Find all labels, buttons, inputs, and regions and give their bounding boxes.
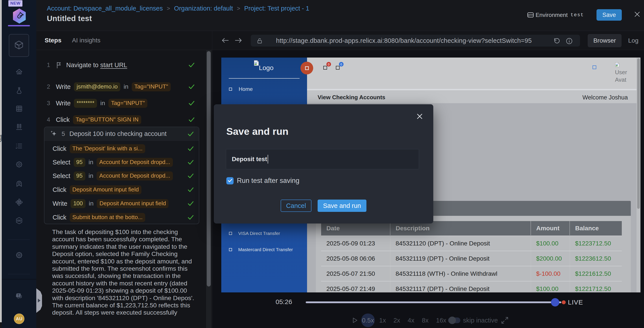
step-action: Write [56, 100, 70, 107]
speed-option-0.5x[interactable]: 0.5x [362, 317, 374, 324]
bank-nav-bullet-icon [229, 232, 232, 235]
cell-amount: $100.00 [531, 281, 570, 293]
back-icon[interactable] [221, 37, 230, 45]
speed-option-4x[interactable]: 4x [408, 317, 414, 324]
modal-title: Save and run [226, 126, 288, 137]
gear-icon[interactable] [15, 251, 23, 259]
sparkle-icon [50, 130, 57, 138]
check-icon [188, 116, 195, 123]
notification-badge: 0 [339, 62, 344, 66]
substep-row[interactable]: ClickSubmit button at the botto... [52, 212, 193, 223]
substep-row[interactable]: ClickThe 'Deposit' link with a si... [52, 143, 193, 154]
url-bar[interactable]: http://stage.dbank.prod-apps.relicx.ai:8… [251, 35, 580, 46]
check-icon [188, 214, 194, 221]
playback-progress-track[interactable] [306, 302, 561, 303]
refresh-icon[interactable] [553, 37, 560, 45]
environment-value[interactable]: test [570, 12, 584, 18]
bank-nav-home[interactable]: Home [229, 86, 253, 92]
step-row[interactable]: 4ClickTag="BUTTON" SIGN IN [47, 114, 205, 125]
bank-nav-mastercard-direct-transfer[interactable]: Mastercard Direct Transfer [229, 247, 293, 252]
cancel-button[interactable]: Cancel [281, 199, 312, 212]
relicx-logo[interactable] [12, 8, 26, 24]
slack-icon[interactable] [15, 198, 23, 206]
tab-ai-insights[interactable]: AI insights [72, 37, 100, 44]
info-icon[interactable] [566, 37, 573, 46]
step-value-chip: jsmith@demo.io [74, 82, 120, 91]
speed-option-2x[interactable]: 2x [394, 317, 400, 324]
help-icon[interactable]: ? [15, 293, 23, 301]
step-number: 1 [47, 62, 52, 68]
gear-icon[interactable] [15, 161, 23, 168]
environment-label: Environment [536, 12, 568, 18]
table-row: 2025-05-08 06:06845321119 (DPT) - Online… [321, 251, 622, 266]
modal-close-icon[interactable] [416, 113, 423, 120]
close-icon[interactable] [634, 10, 641, 18]
flask-icon[interactable] [15, 86, 23, 94]
step-row[interactable]: 3Write********inTag="INPUT" [47, 98, 205, 109]
bank-nav-visa-direct-transfer[interactable]: VISA Direct Transfer [229, 231, 280, 236]
step-group[interactable]: 5 Deposit 100 into checking account Clic… [44, 127, 199, 224]
steps-scrollbar[interactable] [206, 50, 211, 328]
test-tubes-icon[interactable] [15, 123, 23, 131]
step-row[interactable]: 2Writejsmith@demo.ioinTag="INPUT" [47, 81, 205, 92]
checklist-icon[interactable] [15, 142, 23, 150]
substep-row[interactable]: Select95inAccount for Deposit dropd... [52, 157, 193, 168]
cell-date: 2025-05-08 06:06 [321, 251, 390, 266]
speed-option-active[interactable]: 0.5x [361, 314, 375, 327]
step-text: Navigate to start URL [66, 61, 127, 69]
sidebar-item-active-workspace[interactable] [9, 34, 29, 57]
step-conjunction: in [124, 83, 128, 90]
substep-row[interactable]: ClickDeposit Amount input field [52, 184, 193, 195]
tab-steps[interactable]: Steps [45, 37, 61, 44]
check-icon [188, 83, 195, 90]
step-group-header[interactable]: 5 Deposit 100 into checking account [44, 127, 199, 141]
tab-browser[interactable]: Browser [588, 34, 622, 47]
speed-option-8x[interactable]: 8x [422, 317, 429, 324]
substep-row[interactable]: Write100inDeposit Amount input field [52, 198, 193, 209]
start-url-link[interactable]: start URL [100, 61, 127, 68]
skip-inactive-toggle[interactable] [448, 318, 460, 323]
test-name-input[interactable]: Deposit test [226, 149, 419, 169]
bank-nav-label: Mastercard Direct Transfer [238, 247, 293, 252]
check-icon [188, 159, 194, 165]
cell-balance: $1223612.50 [570, 251, 622, 266]
cell-description: 845321119 (DPT) - Online Deposit [390, 251, 531, 266]
grid-icon[interactable] [15, 105, 23, 113]
step-selector-chip: Deposit Amount input field [97, 199, 168, 208]
panel-collapse-handle[interactable] [36, 288, 42, 313]
home-icon[interactable] [15, 68, 23, 76]
save-button[interactable]: Save [596, 9, 622, 21]
cell-date: 2025-05-09 01:23 [321, 236, 390, 251]
save-and-run-button[interactable]: Save and run [318, 199, 366, 212]
table-row: 2025-05-09 01:23845321120 (DPT) - Online… [321, 236, 622, 251]
recording-indicator [300, 62, 313, 74]
cell-amount: $-100.00 [531, 266, 570, 281]
user-avatar[interactable]: AU [14, 314, 24, 324]
step-row[interactable]: 1Navigate to start URL [47, 59, 205, 71]
forward-icon[interactable] [234, 37, 242, 45]
check-icon [188, 172, 194, 179]
speed-option-1x[interactable]: 1x [379, 317, 386, 324]
expand-icon[interactable] [501, 316, 509, 324]
tab-log[interactable]: Log [628, 34, 638, 47]
playback-progress-thumb[interactable] [551, 298, 559, 307]
broken-notification-icon[interactable] [323, 66, 327, 70]
cell-balance: $1223712.50 [570, 236, 622, 251]
speed-option-16x[interactable]: 16x [436, 317, 446, 324]
step-action: Click [52, 145, 66, 152]
integrations-icon[interactable] [15, 217, 23, 225]
broken-notification-icon[interactable] [336, 66, 340, 70]
cell-balance: $1221712.50 [570, 281, 622, 293]
substep-row[interactable]: Select95inAccount for Deposit dropd... [52, 170, 193, 181]
browser-toolbar: http://stage.dbank.prod-apps.relicx.ai:8… [212, 31, 644, 50]
play-icon[interactable] [352, 317, 358, 324]
bank-page-title: View Checking Accounts [318, 94, 385, 101]
run-after-saving-checkbox[interactable] [226, 177, 234, 184]
step-number: 5 [62, 130, 65, 138]
check-icon [188, 131, 194, 137]
bank-page-scrollbar[interactable] [636, 57, 640, 293]
check-icon [188, 62, 195, 68]
agent-icon[interactable] [15, 179, 23, 187]
cell-amount: $2000.00 [531, 251, 570, 266]
check-icon [188, 100, 195, 107]
